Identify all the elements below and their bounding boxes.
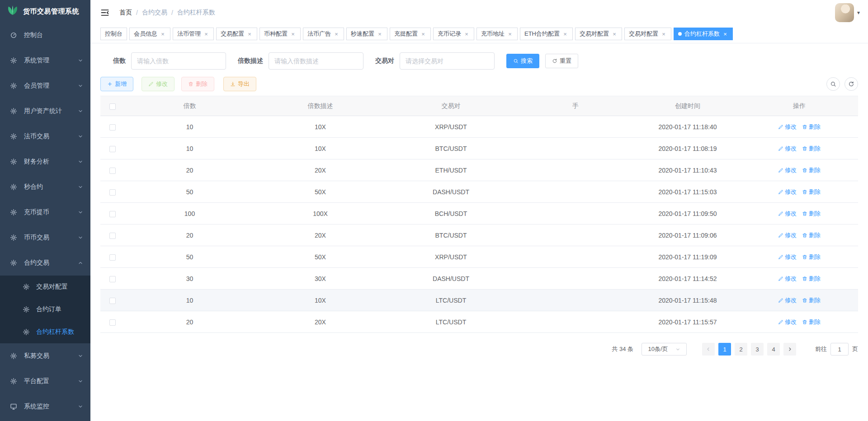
edit-link[interactable]: 修改 <box>778 145 797 153</box>
search-button[interactable]: 搜索 <box>506 54 539 68</box>
row-checkbox[interactable] <box>109 254 116 261</box>
tab[interactable]: 合约杠杆系数× <box>674 28 733 40</box>
delete-link[interactable]: 删除 <box>802 166 821 174</box>
sidebar-subitem[interactable]: 交易对配置 <box>0 276 90 298</box>
row-checkbox[interactable] <box>109 298 116 304</box>
delete-link[interactable]: 删除 <box>802 318 821 326</box>
table-row[interactable]: 100100XBCH/USDT2020-01-17 11:09:50修改删除 <box>100 203 858 225</box>
sidebar-item[interactable]: 平台配置 <box>0 369 90 394</box>
tab[interactable]: 秒速配置× <box>346 28 387 40</box>
delete-link[interactable]: 删除 <box>802 123 821 131</box>
delete-link[interactable]: 删除 <box>802 145 821 153</box>
page-button[interactable]: 1 <box>718 343 731 356</box>
table-refresh-icon[interactable] <box>844 77 858 91</box>
sidebar-item[interactable]: 秒合约 <box>0 174 90 200</box>
tab[interactable]: 会员信息× <box>129 28 170 40</box>
tab-close-icon[interactable]: × <box>377 31 383 37</box>
table-row[interactable]: 5050XXRP/USDT2020-01-17 11:19:09修改删除 <box>100 246 858 268</box>
user-menu[interactable]: ▾ <box>835 3 860 22</box>
edit-link[interactable]: 修改 <box>778 318 797 326</box>
delete-link[interactable]: 删除 <box>802 275 821 283</box>
sidebar-item[interactable]: 合约交易 <box>0 250 90 276</box>
edit-link[interactable]: 修改 <box>778 296 797 304</box>
goto-page-input[interactable] <box>830 343 849 356</box>
tab[interactable]: ETH合约配置× <box>520 28 573 40</box>
sidebar-item[interactable]: 私募交易 <box>0 343 90 369</box>
sidebar-item[interactable]: 充币提币 <box>0 200 90 225</box>
tab-close-icon[interactable]: × <box>660 31 667 37</box>
next-page-button[interactable] <box>783 343 796 356</box>
tab[interactable]: 交易对配置× <box>575 28 622 40</box>
tab[interactable]: 币种配置× <box>259 28 301 40</box>
tab-close-icon[interactable]: × <box>562 31 568 37</box>
tab-close-icon[interactable]: × <box>611 31 618 37</box>
tab-close-icon[interactable]: × <box>420 31 426 37</box>
select-all-checkbox[interactable] <box>109 103 116 110</box>
multiple-input[interactable] <box>131 52 226 70</box>
tab-close-icon[interactable]: × <box>160 31 166 37</box>
table-row[interactable]: 3030XDASH/USDT2020-01-17 11:14:52修改删除 <box>100 268 858 290</box>
tab[interactable]: 充币地址× <box>476 28 518 40</box>
sidebar-subitem[interactable]: 合约订单 <box>0 298 90 321</box>
delete-link[interactable]: 删除 <box>802 231 821 239</box>
sidebar-item[interactable]: 法币交易 <box>0 124 90 149</box>
delete-button[interactable]: 删除 <box>181 77 214 91</box>
table-row[interactable]: 1010XBTC/USDT2020-01-17 11:08:19修改删除 <box>100 138 858 159</box>
tab-close-icon[interactable]: × <box>246 31 253 37</box>
tab-close-icon[interactable]: × <box>333 31 340 37</box>
sidebar-item[interactable]: 系统监控 <box>0 394 90 419</box>
edit-link[interactable]: 修改 <box>778 253 797 261</box>
page-size-select[interactable]: 10条/页 <box>642 343 687 356</box>
row-checkbox[interactable] <box>109 319 116 326</box>
table-row[interactable]: 2020XETH/USDT2020-01-17 11:10:43修改删除 <box>100 159 858 181</box>
reset-button[interactable]: 重置 <box>545 54 578 68</box>
sidebar-item[interactable]: 用户资产统计 <box>0 98 90 124</box>
delete-link[interactable]: 删除 <box>802 253 821 261</box>
page-button[interactable]: 2 <box>735 343 747 356</box>
menu-fold-icon[interactable] <box>100 8 110 18</box>
delete-link[interactable]: 删除 <box>802 188 821 196</box>
desc-input[interactable] <box>269 52 363 70</box>
row-checkbox[interactable] <box>109 276 116 282</box>
row-checkbox[interactable] <box>109 124 116 131</box>
table-row[interactable]: 2020XLTC/USDT2020-01-17 11:15:57修改删除 <box>100 311 858 333</box>
tab[interactable]: 交易对配置× <box>624 28 671 40</box>
table-row[interactable]: 5050XDASH/USDT2020-01-17 11:15:03修改删除 <box>100 181 858 203</box>
table-row[interactable]: 2020XBTC/USDT2020-01-17 11:09:06修改删除 <box>100 225 858 246</box>
edit-link[interactable]: 修改 <box>778 188 797 196</box>
tab[interactable]: 充币记录× <box>433 28 474 40</box>
export-button[interactable]: 导出 <box>223 77 256 91</box>
delete-link[interactable]: 删除 <box>802 296 821 304</box>
sidebar-item[interactable]: 会员管理 <box>0 73 90 98</box>
row-checkbox[interactable] <box>109 168 116 174</box>
row-checkbox[interactable] <box>109 233 116 239</box>
tab[interactable]: 充提配置× <box>390 28 431 40</box>
tab[interactable]: 交易配置× <box>216 28 257 40</box>
breadcrumb-item[interactable]: 首页 <box>119 9 132 17</box>
edit-link[interactable]: 修改 <box>778 275 797 283</box>
sidebar-item[interactable]: 控制台 <box>0 23 90 48</box>
row-checkbox[interactable] <box>109 146 116 152</box>
table-row[interactable]: 1010XLTC/USDT2020-01-17 11:15:48修改删除 <box>100 290 858 311</box>
prev-page-button[interactable] <box>702 343 715 356</box>
edit-link[interactable]: 修改 <box>778 210 797 218</box>
tab[interactable]: 法币管理× <box>173 28 214 40</box>
pair-select[interactable] <box>400 52 495 70</box>
tab-close-icon[interactable]: × <box>203 31 209 37</box>
avatar[interactable] <box>835 3 854 22</box>
edit-link[interactable]: 修改 <box>778 166 797 174</box>
edit-link[interactable]: 修改 <box>778 123 797 131</box>
row-checkbox[interactable] <box>109 211 116 217</box>
edit-button[interactable]: 修改 <box>142 77 175 91</box>
table-row[interactable]: 1010XXRP/USDT2020-01-17 11:18:40修改删除 <box>100 116 858 138</box>
tab-close-icon[interactable]: × <box>463 31 470 37</box>
delete-link[interactable]: 删除 <box>802 210 821 218</box>
table-search-icon[interactable] <box>826 77 840 91</box>
edit-link[interactable]: 修改 <box>778 231 797 239</box>
sidebar-item[interactable]: 币币交易 <box>0 225 90 250</box>
page-button[interactable]: 4 <box>767 343 780 356</box>
tab[interactable]: 法币广告× <box>303 28 344 40</box>
sidebar-item[interactable]: 财务分析 <box>0 149 90 174</box>
tab-close-icon[interactable]: × <box>507 31 513 37</box>
tab-close-icon[interactable]: × <box>290 31 296 37</box>
